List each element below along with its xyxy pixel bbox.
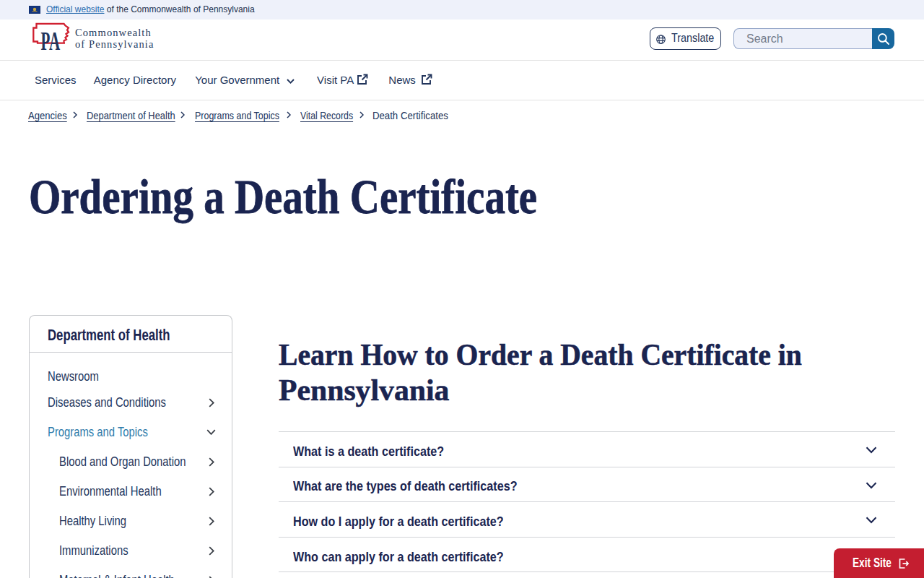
svg-text:PA: PA <box>41 27 61 52</box>
